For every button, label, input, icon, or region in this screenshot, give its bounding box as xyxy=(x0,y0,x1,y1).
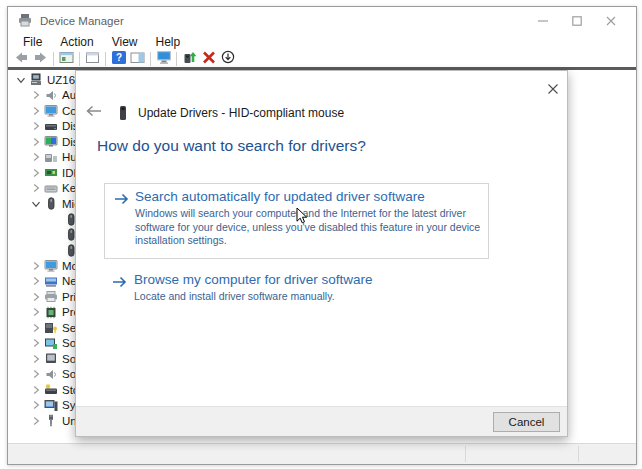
software-device-icon xyxy=(44,352,58,365)
hid-device-icon xyxy=(116,105,130,121)
chevron-right-icon[interactable] xyxy=(29,415,42,427)
chevron-right-icon[interactable] xyxy=(29,182,42,194)
chevron-right-icon[interactable] xyxy=(29,105,42,117)
chevron-right-icon[interactable] xyxy=(29,291,42,303)
option-browse-computer[interactable]: Browse my computer for driver software L… xyxy=(104,269,524,319)
properties-button[interactable] xyxy=(84,51,101,67)
help-button[interactable]: ? xyxy=(110,51,127,67)
close-icon xyxy=(547,81,559,99)
dialog-heading: How do you want to search for drivers? xyxy=(97,137,366,155)
maximize-button[interactable] xyxy=(560,7,594,34)
chevron-right-icon[interactable] xyxy=(29,337,42,349)
dialog-back-button[interactable] xyxy=(85,105,103,121)
toolbar-separator xyxy=(79,52,80,66)
title-bar: Device Manager xyxy=(8,7,636,34)
chevron-right-icon[interactable] xyxy=(29,136,42,148)
uninstall-button[interactable] xyxy=(200,51,217,67)
console-tree-button[interactable] xyxy=(58,51,75,67)
computer-icon xyxy=(29,73,43,86)
dialog-close-button[interactable] xyxy=(545,82,561,98)
speaker-icon xyxy=(44,89,58,102)
chevron-down-icon[interactable] xyxy=(14,74,27,86)
maximize-icon xyxy=(572,12,582,30)
chevron-right-icon[interactable] xyxy=(29,260,42,272)
toolbar-separator xyxy=(150,52,151,66)
speaker-icon xyxy=(44,368,58,381)
chevron-right-icon[interactable] xyxy=(29,384,42,396)
close-icon xyxy=(606,12,616,30)
menu-view[interactable]: View xyxy=(103,35,147,49)
minimize-icon xyxy=(538,12,548,30)
chevron-right-icon[interactable] xyxy=(29,322,42,334)
chevron-right-icon[interactable] xyxy=(29,368,42,380)
chevron-right-icon[interactable] xyxy=(29,353,42,365)
software-component-icon xyxy=(44,337,58,350)
option-title[interactable]: Browse my computer for driver software xyxy=(134,272,373,287)
dialog-footer: Cancel xyxy=(76,406,567,436)
action-pane-icon xyxy=(130,50,145,68)
status-bar xyxy=(8,443,636,464)
printer-icon xyxy=(44,290,58,303)
mouse-icon xyxy=(44,197,58,210)
chevron-right-icon[interactable] xyxy=(29,275,42,287)
chevron-right-icon[interactable] xyxy=(29,167,42,179)
status-divider xyxy=(578,446,579,462)
close-button[interactable] xyxy=(594,7,628,34)
dialog-header: Update Drivers - HID-compliant mouse xyxy=(85,104,344,122)
minimize-button[interactable] xyxy=(526,7,560,34)
arrow-right-icon xyxy=(113,192,131,206)
keyboard-icon xyxy=(44,182,58,195)
menu-file[interactable]: File xyxy=(14,35,51,49)
action-pane-button[interactable] xyxy=(129,51,146,67)
disable-device-icon xyxy=(221,50,235,68)
display-adapter-icon xyxy=(44,135,58,148)
chevron-right-icon[interactable] xyxy=(29,120,42,132)
back-arrow-icon xyxy=(85,104,103,122)
forward-icon xyxy=(33,50,48,68)
update-driver-button[interactable] xyxy=(181,51,198,67)
option-description: Windows will search your computer and th… xyxy=(135,207,489,248)
help-icon: ? xyxy=(112,50,126,68)
forward-button[interactable] xyxy=(32,51,49,67)
storage-icon xyxy=(44,383,58,396)
security-icon xyxy=(44,321,58,334)
toolbar-separator xyxy=(53,52,54,66)
menu-help[interactable]: Help xyxy=(147,35,190,49)
screen: Device Manager File Action View Help ? U… xyxy=(0,0,642,469)
properties-icon xyxy=(85,50,100,68)
dialog-title: Update Drivers - HID-compliant mouse xyxy=(138,106,344,120)
chevron-right-icon[interactable] xyxy=(29,89,42,101)
status-divider xyxy=(465,446,466,462)
chevron-right-icon[interactable] xyxy=(29,151,42,163)
chevron-down-icon[interactable] xyxy=(29,198,42,210)
mouse-cursor-icon xyxy=(296,207,309,229)
back-button[interactable] xyxy=(13,51,30,67)
update-drivers-dialog: Update Drivers - HID-compliant mouse How… xyxy=(75,70,568,437)
back-icon xyxy=(14,50,29,68)
disable-device-button[interactable] xyxy=(219,51,236,67)
system-icon xyxy=(44,399,58,412)
scan-hardware-button[interactable] xyxy=(155,51,172,67)
network-icon xyxy=(44,275,58,288)
uninstall-icon xyxy=(202,50,216,68)
arrow-right-icon xyxy=(111,275,129,289)
console-tree-icon xyxy=(59,50,74,68)
menu-bar: File Action View Help xyxy=(8,34,636,50)
processor-icon xyxy=(44,306,58,319)
toolbar: ? xyxy=(8,50,636,67)
svg-text:?: ? xyxy=(115,52,121,63)
toolbar-separator xyxy=(105,52,106,66)
chevron-right-icon[interactable] xyxy=(29,399,42,411)
toolbar-separator xyxy=(176,52,177,66)
option-description: Locate and install driver software manua… xyxy=(134,290,514,304)
ide-icon xyxy=(44,166,58,179)
update-driver-icon xyxy=(182,50,197,68)
option-title[interactable]: Search automatically for updated driver … xyxy=(135,189,425,204)
chevron-right-icon[interactable] xyxy=(29,306,42,318)
monitor-icon xyxy=(44,104,58,117)
menu-action[interactable]: Action xyxy=(51,35,102,49)
usb-icon xyxy=(44,414,58,427)
cancel-button[interactable]: Cancel xyxy=(493,412,560,432)
hid-icon xyxy=(44,151,58,164)
window-controls xyxy=(526,7,628,34)
